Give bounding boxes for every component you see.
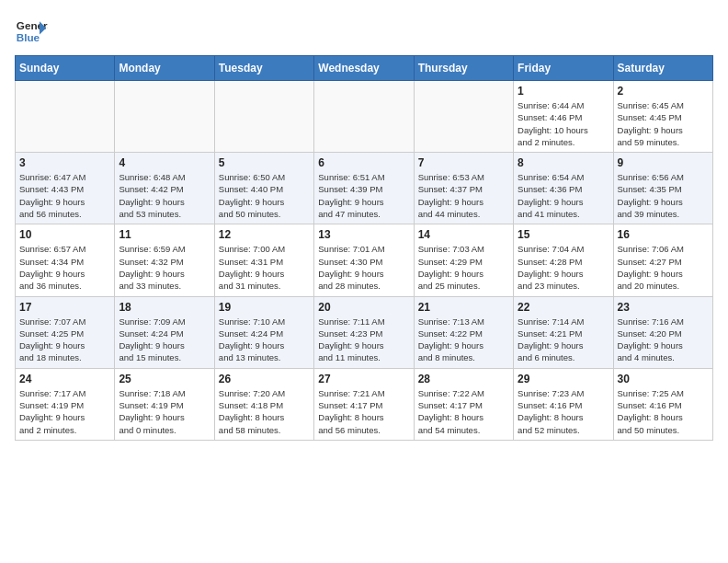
weekday-header-row: SundayMondayTuesdayWednesdayThursdayFrid…	[16, 56, 713, 81]
day-content: Sunrise: 7:01 AM Sunset: 4:30 PM Dayligh…	[318, 243, 409, 292]
calendar-cell: 6Sunrise: 6:51 AM Sunset: 4:39 PM Daylig…	[314, 153, 414, 224]
calendar-cell: 26Sunrise: 7:20 AM Sunset: 4:18 PM Dayli…	[214, 368, 313, 440]
calendar-cell: 9Sunrise: 6:56 AM Sunset: 4:35 PM Daylig…	[613, 153, 712, 224]
day-number: 5	[219, 156, 310, 169]
day-content: Sunrise: 7:21 AM Sunset: 4:17 PM Dayligh…	[318, 387, 409, 436]
day-content: Sunrise: 7:14 AM Sunset: 4:21 PM Dayligh…	[518, 316, 609, 364]
day-number: 19	[219, 301, 310, 314]
day-number: 6	[318, 156, 409, 169]
day-content: Sunrise: 7:17 AM Sunset: 4:19 PM Dayligh…	[19, 387, 110, 436]
day-content: Sunrise: 6:44 AM Sunset: 4:46 PM Dayligh…	[518, 99, 609, 148]
weekday-header-wednesday: Wednesday	[314, 56, 414, 81]
day-content: Sunrise: 6:53 AM Sunset: 4:37 PM Dayligh…	[418, 171, 509, 220]
day-content: Sunrise: 7:11 AM Sunset: 4:23 PM Dayligh…	[318, 316, 409, 364]
calendar-cell: 18Sunrise: 7:09 AM Sunset: 4:24 PM Dayli…	[115, 296, 214, 368]
calendar-cell: 30Sunrise: 7:25 AM Sunset: 4:16 PM Dayli…	[613, 368, 712, 440]
day-number: 26	[219, 373, 310, 385]
day-content: Sunrise: 7:04 AM Sunset: 4:28 PM Dayligh…	[518, 243, 609, 292]
day-content: Sunrise: 7:22 AM Sunset: 4:17 PM Dayligh…	[418, 387, 509, 436]
week-row-3: 10Sunrise: 6:57 AM Sunset: 4:34 PM Dayli…	[16, 224, 713, 296]
day-content: Sunrise: 7:09 AM Sunset: 4:24 PM Dayligh…	[119, 316, 210, 364]
calendar-cell	[115, 81, 214, 153]
calendar-cell: 19Sunrise: 7:10 AM Sunset: 4:24 PM Dayli…	[214, 296, 313, 368]
day-number: 1	[518, 85, 609, 98]
day-number: 9	[618, 156, 709, 169]
day-number: 2	[618, 85, 709, 98]
calendar-cell: 2Sunrise: 6:45 AM Sunset: 4:45 PM Daylig…	[613, 81, 712, 153]
day-content: Sunrise: 6:48 AM Sunset: 4:42 PM Dayligh…	[119, 171, 210, 220]
day-content: Sunrise: 6:56 AM Sunset: 4:35 PM Dayligh…	[618, 171, 709, 220]
calendar-cell: 3Sunrise: 6:47 AM Sunset: 4:43 PM Daylig…	[16, 153, 115, 224]
day-content: Sunrise: 7:18 AM Sunset: 4:19 PM Dayligh…	[119, 387, 210, 436]
day-content: Sunrise: 6:50 AM Sunset: 4:40 PM Dayligh…	[219, 171, 310, 220]
calendar-cell: 11Sunrise: 6:59 AM Sunset: 4:32 PM Dayli…	[115, 224, 214, 296]
calendar-cell: 1Sunrise: 6:44 AM Sunset: 4:46 PM Daylig…	[514, 81, 613, 153]
day-number: 13	[318, 228, 409, 241]
calendar-cell: 24Sunrise: 7:17 AM Sunset: 4:19 PM Dayli…	[16, 368, 115, 440]
day-content: Sunrise: 6:54 AM Sunset: 4:36 PM Dayligh…	[518, 171, 609, 220]
calendar-cell: 4Sunrise: 6:48 AM Sunset: 4:42 PM Daylig…	[115, 153, 214, 224]
calendar-cell: 22Sunrise: 7:14 AM Sunset: 4:21 PM Dayli…	[514, 296, 613, 368]
day-content: Sunrise: 6:57 AM Sunset: 4:34 PM Dayligh…	[19, 243, 110, 292]
day-number: 23	[618, 301, 709, 314]
day-number: 17	[19, 301, 110, 314]
calendar: SundayMondayTuesdayWednesdayThursdayFrid…	[15, 55, 713, 441]
calendar-cell: 10Sunrise: 6:57 AM Sunset: 4:34 PM Dayli…	[16, 224, 115, 296]
calendar-cell: 28Sunrise: 7:22 AM Sunset: 4:17 PM Dayli…	[414, 368, 513, 440]
calendar-cell: 25Sunrise: 7:18 AM Sunset: 4:19 PM Dayli…	[115, 368, 214, 440]
page-header: General Blue	[15, 15, 713, 48]
day-number: 3	[19, 156, 110, 169]
day-number: 24	[19, 373, 110, 385]
day-content: Sunrise: 6:47 AM Sunset: 4:43 PM Dayligh…	[19, 171, 110, 220]
day-content: Sunrise: 7:10 AM Sunset: 4:24 PM Dayligh…	[219, 316, 310, 364]
calendar-cell: 20Sunrise: 7:11 AM Sunset: 4:23 PM Dayli…	[314, 296, 414, 368]
calendar-cell: 23Sunrise: 7:16 AM Sunset: 4:20 PM Dayli…	[613, 296, 712, 368]
calendar-cell	[214, 81, 313, 153]
calendar-cell: 29Sunrise: 7:23 AM Sunset: 4:16 PM Dayli…	[514, 368, 613, 440]
calendar-cell: 27Sunrise: 7:21 AM Sunset: 4:17 PM Dayli…	[314, 368, 414, 440]
weekday-header-thursday: Thursday	[414, 56, 513, 81]
svg-text:Blue: Blue	[17, 31, 40, 43]
calendar-cell	[16, 81, 115, 153]
day-content: Sunrise: 7:13 AM Sunset: 4:22 PM Dayligh…	[418, 316, 509, 364]
day-number: 18	[119, 301, 210, 314]
calendar-cell: 13Sunrise: 7:01 AM Sunset: 4:30 PM Dayli…	[314, 224, 414, 296]
day-content: Sunrise: 7:07 AM Sunset: 4:25 PM Dayligh…	[19, 316, 110, 364]
day-number: 25	[119, 373, 210, 385]
calendar-cell	[414, 81, 513, 153]
calendar-cell: 8Sunrise: 6:54 AM Sunset: 4:36 PM Daylig…	[514, 153, 613, 224]
weekday-header-monday: Monday	[115, 56, 214, 81]
day-number: 14	[418, 228, 509, 241]
calendar-cell: 14Sunrise: 7:03 AM Sunset: 4:29 PM Dayli…	[414, 224, 513, 296]
calendar-cell: 7Sunrise: 6:53 AM Sunset: 4:37 PM Daylig…	[414, 153, 513, 224]
day-number: 21	[418, 301, 509, 314]
calendar-cell: 15Sunrise: 7:04 AM Sunset: 4:28 PM Dayli…	[514, 224, 613, 296]
day-content: Sunrise: 6:45 AM Sunset: 4:45 PM Dayligh…	[618, 99, 709, 148]
calendar-cell: 16Sunrise: 7:06 AM Sunset: 4:27 PM Dayli…	[613, 224, 712, 296]
calendar-cell: 5Sunrise: 6:50 AM Sunset: 4:40 PM Daylig…	[214, 153, 313, 224]
day-content: Sunrise: 6:59 AM Sunset: 4:32 PM Dayligh…	[119, 243, 210, 292]
day-content: Sunrise: 6:51 AM Sunset: 4:39 PM Dayligh…	[318, 171, 409, 220]
day-number: 11	[119, 228, 210, 241]
weekday-header-sunday: Sunday	[16, 56, 115, 81]
day-content: Sunrise: 7:06 AM Sunset: 4:27 PM Dayligh…	[618, 243, 709, 292]
calendar-cell: 12Sunrise: 7:00 AM Sunset: 4:31 PM Dayli…	[214, 224, 313, 296]
day-number: 10	[19, 228, 110, 241]
day-content: Sunrise: 7:00 AM Sunset: 4:31 PM Dayligh…	[219, 243, 310, 292]
day-number: 29	[518, 373, 609, 385]
day-number: 15	[518, 228, 609, 241]
week-row-4: 17Sunrise: 7:07 AM Sunset: 4:25 PM Dayli…	[16, 296, 713, 368]
logo-icon: General Blue	[15, 15, 48, 48]
day-number: 8	[518, 156, 609, 169]
day-content: Sunrise: 7:25 AM Sunset: 4:16 PM Dayligh…	[618, 387, 709, 436]
day-number: 7	[418, 156, 509, 169]
day-number: 27	[318, 373, 409, 385]
day-content: Sunrise: 7:03 AM Sunset: 4:29 PM Dayligh…	[418, 243, 509, 292]
day-number: 20	[318, 301, 409, 314]
week-row-2: 3Sunrise: 6:47 AM Sunset: 4:43 PM Daylig…	[16, 153, 713, 224]
day-content: Sunrise: 7:16 AM Sunset: 4:20 PM Dayligh…	[618, 316, 709, 364]
day-number: 28	[418, 373, 509, 385]
week-row-1: 1Sunrise: 6:44 AM Sunset: 4:46 PM Daylig…	[16, 81, 713, 153]
calendar-cell	[314, 81, 414, 153]
logo: General Blue	[15, 15, 48, 48]
